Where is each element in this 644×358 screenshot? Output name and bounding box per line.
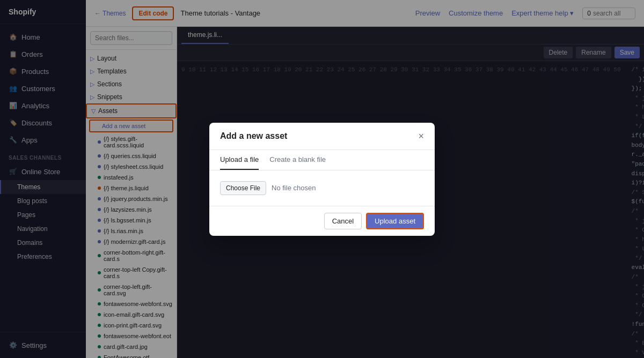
choose-file-button[interactable]: Choose File	[220, 181, 266, 195]
no-file-text: No file chosen	[272, 184, 316, 192]
modal-tab-create[interactable]: Create a blank file	[269, 150, 326, 170]
modal-title: Add a new asset	[220, 131, 287, 141]
file-choose-row: Choose File No file chosen	[220, 181, 424, 195]
modal-add-asset: Add a new asset × Upload a file Create a…	[209, 123, 435, 236]
modal-body: Choose File No file chosen	[209, 170, 435, 206]
cancel-button[interactable]: Cancel	[324, 213, 362, 229]
modal-tabs: Upload a file Create a blank file	[209, 150, 435, 170]
modal-header: Add a new asset ×	[209, 123, 435, 150]
modal-footer: Cancel Upload asset	[209, 206, 435, 236]
modal-tab-upload[interactable]: Upload a file	[220, 150, 259, 170]
upload-asset-button[interactable]: Upload asset	[366, 213, 424, 229]
modal-overlay: Add a new asset × Upload a file Create a…	[0, 0, 644, 358]
modal-close-button[interactable]: ×	[418, 131, 424, 141]
